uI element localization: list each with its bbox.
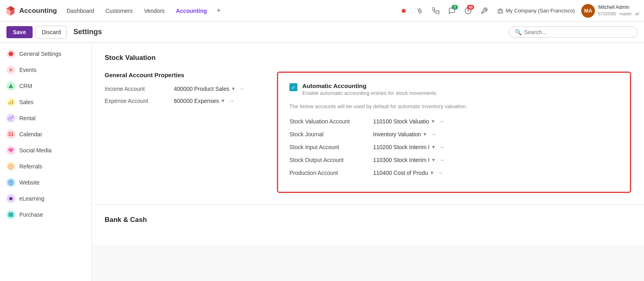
expense-account-label: Expense Account bbox=[105, 98, 169, 104]
activity-button[interactable]: 40 bbox=[461, 4, 475, 18]
stock-input-account-value: 110200 Stock Interim I ▼ → bbox=[373, 144, 445, 150]
sidebar-label-referrals: Referrals bbox=[19, 163, 42, 170]
automatic-accounting-panel: ✓ Automatic Accounting Enable automatic … bbox=[277, 72, 631, 193]
stock-valuation-section: Stock Valuation General Account Properti… bbox=[92, 43, 644, 205]
discard-button[interactable]: Discard bbox=[36, 26, 67, 39]
tools-button[interactable] bbox=[477, 4, 491, 18]
phone-button[interactable] bbox=[429, 4, 443, 18]
user-avatar: MA bbox=[581, 4, 595, 18]
tools-icon bbox=[481, 7, 488, 14]
sidebar-item-social-media[interactable]: Social Media bbox=[0, 142, 91, 158]
nav-customers[interactable]: Customers bbox=[101, 5, 138, 16]
activity-badge: 40 bbox=[467, 5, 474, 10]
general-settings-icon bbox=[6, 49, 15, 58]
rental-icon bbox=[6, 114, 15, 123]
sidebar-label-social-media: Social Media bbox=[19, 147, 52, 154]
messages-button[interactable]: 7 bbox=[445, 4, 459, 18]
app-logo[interactable]: Accounting bbox=[5, 5, 57, 16]
stock-input-account-link[interactable]: → bbox=[439, 144, 445, 150]
nav-icons: 7 40 My Company (San Francisco) MA Mitch… bbox=[397, 4, 639, 18]
sidebar-label-calendar: Calendar bbox=[19, 131, 42, 137]
income-account-link[interactable]: → bbox=[239, 86, 245, 92]
expense-account-dropdown[interactable]: ▼ bbox=[221, 98, 225, 104]
sidebar-label-sales: Sales bbox=[19, 99, 33, 105]
bank-cash-section: Bank & Cash bbox=[92, 205, 644, 245]
content-area: Stock Valuation General Account Properti… bbox=[92, 43, 644, 281]
search-bar[interactable]: 🔍 bbox=[509, 27, 638, 38]
stock-input-account-row: Stock Input Account 110200 Stock Interim… bbox=[289, 144, 619, 151]
stock-input-account-dropdown[interactable]: ▼ bbox=[431, 144, 436, 150]
stock-valuation-account-dropdown[interactable]: ▼ bbox=[431, 119, 436, 124]
top-nav: Accounting Dashboard Customers Vendors A… bbox=[0, 0, 644, 22]
sidebar-item-referrals[interactable]: Referrals bbox=[0, 158, 91, 174]
svg-point-0 bbox=[419, 10, 421, 12]
sidebar-item-events[interactable]: Events bbox=[0, 62, 91, 78]
svg-rect-6 bbox=[498, 10, 503, 13]
auto-accounting-description: The below accounts will be used by defau… bbox=[289, 103, 619, 111]
stock-input-account-text: 110200 Stock Interim I bbox=[373, 144, 429, 150]
stock-journal-link[interactable]: → bbox=[431, 131, 436, 137]
sidebar-item-calendar[interactable]: 31 Calendar bbox=[0, 126, 91, 142]
income-account-value: 400000 Product Sales ▼ → bbox=[174, 86, 245, 92]
nav-vendors[interactable]: Vendors bbox=[139, 5, 169, 16]
sidebar-item-crm[interactable]: CRM bbox=[0, 78, 91, 94]
search-input[interactable] bbox=[524, 29, 632, 35]
svg-rect-11 bbox=[8, 102, 9, 105]
sidebar-label-website: Website bbox=[19, 179, 39, 186]
nav-dashboard[interactable]: Dashboard bbox=[62, 5, 99, 16]
user-menu[interactable]: MA Mitchell Admin 57318380 · master · al… bbox=[581, 4, 639, 18]
nav-accounting[interactable]: Accounting bbox=[171, 5, 212, 16]
stock-journal-dropdown[interactable]: ▼ bbox=[423, 131, 427, 137]
messages-badge: 7 bbox=[452, 5, 458, 10]
stock-input-account-label: Stock Input Account bbox=[289, 144, 370, 151]
svg-rect-13 bbox=[12, 100, 13, 105]
stock-valuation-account-text: 110100 Stock Valuatio bbox=[373, 118, 429, 125]
income-account-row: Income Account 400000 Product Sales ▼ → bbox=[105, 86, 258, 92]
sidebar-label-rental: Rental bbox=[19, 115, 35, 121]
debug-button[interactable] bbox=[413, 4, 427, 18]
general-account-sub-title: General Account Properties bbox=[105, 72, 258, 78]
sidebar-item-elearning[interactable]: eLearning bbox=[0, 191, 91, 207]
stock-valuation-account-link[interactable]: → bbox=[439, 118, 444, 125]
building-icon bbox=[497, 8, 503, 14]
toolbar: Save Discard Settings 🔍 bbox=[0, 22, 644, 43]
sidebar: General Settings Events CRM Sales Rental bbox=[0, 43, 92, 281]
svg-point-14 bbox=[8, 164, 13, 169]
production-account-link[interactable]: → bbox=[438, 170, 443, 176]
sidebar-label-crm: CRM bbox=[19, 83, 32, 89]
user-details: 57318380 · master · all bbox=[598, 12, 639, 16]
stock-valuation-title: Stock Valuation bbox=[105, 54, 631, 62]
stock-valuation-account-row: Stock Valuation Account 110100 Stock Val… bbox=[289, 118, 619, 125]
auto-accounting-checkbox[interactable]: ✓ bbox=[289, 83, 297, 91]
auto-acc-title-group: Automatic Accounting Enable automatic ac… bbox=[302, 82, 436, 96]
nav-add-button[interactable]: + bbox=[213, 5, 224, 16]
sidebar-item-general-settings[interactable]: General Settings bbox=[0, 46, 91, 62]
svg-marker-10 bbox=[8, 84, 13, 88]
expense-account-row: Expense Account 600000 Expenses ▼ → bbox=[105, 98, 258, 104]
production-account-dropdown[interactable]: ▼ bbox=[429, 170, 434, 176]
elearning-icon bbox=[6, 194, 15, 203]
red-dot-icon bbox=[402, 9, 406, 13]
expense-account-link[interactable]: → bbox=[229, 98, 234, 104]
auto-acc-header: ✓ Automatic Accounting Enable automatic … bbox=[289, 82, 619, 96]
sidebar-item-rental[interactable]: Rental bbox=[0, 110, 91, 126]
status-red-dot[interactable] bbox=[397, 4, 411, 18]
user-info: Mitchell Admin 57318380 · master · all bbox=[598, 4, 639, 17]
sidebar-item-website[interactable]: Website bbox=[0, 174, 91, 191]
svg-line-3 bbox=[418, 8, 419, 9]
income-account-dropdown[interactable]: ▼ bbox=[231, 86, 236, 92]
auto-accounting-subtitle: Enable automatic accounting entries for … bbox=[302, 90, 436, 96]
income-account-label: Income Account bbox=[105, 86, 169, 92]
stock-output-account-label: Stock Output Account bbox=[289, 156, 370, 164]
save-button[interactable]: Save bbox=[6, 26, 33, 38]
stock-output-account-dropdown[interactable]: ▼ bbox=[431, 157, 436, 163]
company-selector[interactable]: My Company (San Francisco) bbox=[493, 6, 579, 15]
sidebar-item-purchase[interactable]: Purchase bbox=[0, 207, 91, 223]
stock-output-account-link[interactable]: → bbox=[439, 157, 445, 163]
stock-output-account-text: 110300 Stock Interim I bbox=[373, 157, 429, 163]
phone-icon bbox=[432, 7, 440, 14]
production-account-text: 110400 Cost of Produ bbox=[373, 170, 428, 176]
app-name: Accounting bbox=[19, 7, 57, 15]
general-account-properties-panel: General Account Properties Income Accoun… bbox=[105, 72, 258, 110]
sidebar-item-sales[interactable]: Sales bbox=[0, 94, 91, 110]
